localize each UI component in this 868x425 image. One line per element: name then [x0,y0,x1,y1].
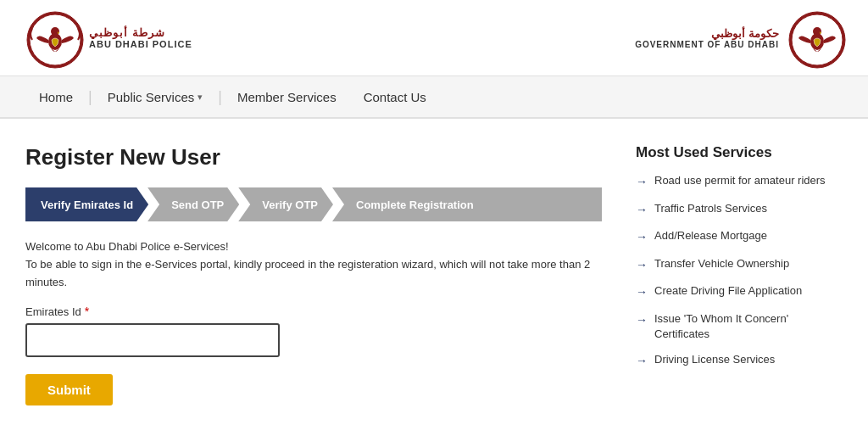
gov-arabic: حكومة أبوظبي [711,27,779,40]
sidebar-item-mortgage[interactable]: → Add/Release Mortgage [636,228,831,246]
nav-contact-us[interactable]: Contact Us [350,76,440,117]
header-right: حكومة أبوظبي GOVERNMENT OF ABU DHABI [635,10,843,65]
sidebar-item-create-driving[interactable]: → Create Driving File Application [636,283,831,301]
gov-text: حكومة أبوظبي GOVERNMENT OF ABU DHABI [635,27,779,49]
sidebar-title: Most Used Services [636,144,831,161]
arrow-icon-3: → [636,229,648,246]
submit-button[interactable]: Submit [25,374,113,405]
logo-text: شرطة أبوظبي ABU DHABI POLICE [89,26,192,49]
svg-point-3 [51,27,59,36]
nav-home[interactable]: Home [25,76,86,117]
gov-emblem [787,10,843,65]
arrow-icon-5: → [636,284,648,301]
svg-point-8 [813,27,821,36]
sidebar-item-road-permit[interactable]: → Road use permit for amateur riders [636,173,831,191]
nav-divider-2: | [216,88,224,106]
main-content: Register New User Verify Emirates Id Sen… [0,119,868,424]
police-emblem [25,10,81,65]
page-title: Register New User [25,144,602,171]
header: شرطة أبوظبي ABU DHABI POLICE حكومة أبوظب… [0,0,868,76]
arrow-icon-7: → [636,353,648,370]
police-arabic: شرطة أبوظبي [89,26,165,39]
sidebar-item-whom-concern[interactable]: → Issue 'To Whom It Concern' Certificate… [636,311,831,342]
step-verify-otp: Verify OTP [238,187,333,221]
required-indicator: * [85,305,89,318]
sidebar-item-transfer-vehicle[interactable]: → Transfer Vehicle Ownership [636,256,831,274]
step-verify-emirates: Verify Emirates Id [25,187,148,221]
sidebar-item-driving-license[interactable]: → Driving License Services [636,352,831,370]
nav-divider-1: | [86,88,94,106]
emirates-id-input[interactable] [25,323,280,357]
description: Welcome to Abu Dhabi Police e-Services! … [25,238,602,291]
sidebar-item-traffic-patrols[interactable]: → Traffic Patrols Services [636,201,831,219]
form-section: Register New User Verify Emirates Id Sen… [25,144,602,407]
arrow-icon-1: → [636,174,648,191]
nav-member-services[interactable]: Member Services [224,76,350,117]
steps-wizard: Verify Emirates Id Send OTP Verify OTP C… [25,187,602,221]
step-complete-registration: Complete Registration [332,187,602,221]
nav-public-services[interactable]: Public Services [94,76,217,117]
navigation: Home | Public Services | Member Services… [0,76,868,119]
emirates-id-label: Emirates Id * [25,305,602,318]
police-english: ABU DHABI POLICE [89,39,192,49]
arrow-icon-2: → [636,202,648,219]
arrow-icon-6: → [636,312,648,329]
header-left: شرطة أبوظبي ABU DHABI POLICE [25,10,192,65]
step-send-otp: Send OTP [147,187,239,221]
sidebar: Most Used Services → Road use permit for… [636,144,831,407]
gov-english: GOVERNMENT OF ABU DHABI [635,40,779,49]
arrow-icon-4: → [636,257,648,274]
